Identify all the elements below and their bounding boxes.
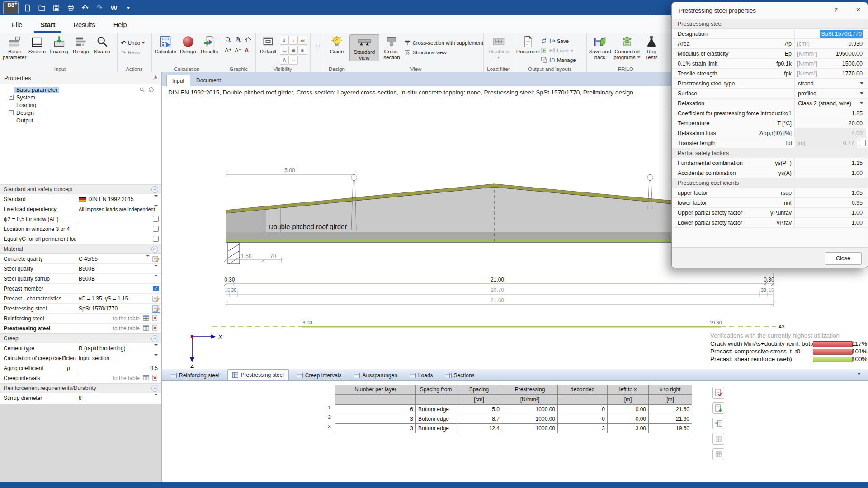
tab-prestressing-steel[interactable]: Prestressing steel [227,369,288,380]
table-cell[interactable]: 21.60 [649,414,692,424]
dropdown-caret-icon[interactable] [154,275,158,278]
table-delete-row-button[interactable] [712,433,724,445]
tree-item-basic-parameter[interactable]: Basic parameter [0,86,161,94]
font-increase-button[interactable]: A⁺ [225,47,235,54]
dialog-value[interactable]: 1.00 [852,170,863,176]
to-the-table-link[interactable]: to the table [113,375,140,381]
dialog-row-modulus[interactable]: Modulus of elasticity Ep [N/mm²]195000.0… [672,49,868,59]
load-layout-caret-icon[interactable] [570,50,574,53]
dialog-row-lower-factor[interactable]: lower factor rinf 0.95 [672,198,868,208]
dialog-row-force-introduction[interactable]: Coefficient for prestressing force intro… [672,108,868,118]
property-value[interactable]: R (rapid hardening) [79,345,125,352]
table-cell[interactable]: 3.00 [608,424,649,433]
table-cell[interactable]: 0 [558,414,608,424]
new-document-button[interactable] [21,2,33,13]
checkbox-unchecked[interactable] [153,226,159,232]
redo-quick-button[interactable]: ↷ [94,2,105,13]
expand-icon[interactable]: + [9,110,14,115]
dialog-row-area[interactable]: Area Ap [cm²]0.930 [672,39,868,49]
undo-caret-icon[interactable] [142,42,145,46]
visibility-option-icon-3[interactable]: abl [298,36,307,45]
table-cell[interactable]: 3 [335,414,416,424]
table-cell[interactable]: 21.60 [649,405,692,414]
tab-results[interactable]: Results [67,18,101,33]
tab-file[interactable]: File [5,18,28,33]
remove-table-icon[interactable] [152,315,159,322]
cross-section-supplement-button[interactable]: Cross-section with supplement [404,38,483,47]
default-visibility-button[interactable]: Default [257,34,279,55]
table-options-button[interactable] [712,448,724,460]
section-reinforcement-durability[interactable]: Reinforcement requirements/Durability [0,383,161,393]
designation-input[interactable]: SpSt 1570/1770 [820,30,863,38]
dialog-row-accidental[interactable]: Accidental combination γs(A) 1.00 [672,168,868,178]
undo-button[interactable]: ↶Undo [121,38,151,47]
save-button[interactable] [50,2,62,13]
dropdown-caret-icon[interactable] [154,265,158,268]
property-row-concrete-quality[interactable]: Concrete quality C 45/55 [0,254,161,264]
design-input-button[interactable]: Design [71,34,91,55]
table-cell[interactable]: 1000.00 [502,405,558,414]
dialog-row-temperature[interactable]: Temperature T [°C] 20.00 [672,118,868,128]
dialog-row-upper-factor[interactable]: upper factor rsup 1.05 [672,188,868,198]
close-button[interactable]: Close [825,252,862,265]
edit-icon[interactable] [152,255,160,263]
tree-item-design[interactable]: +Design [0,109,161,117]
dialog-row-lower-partial[interactable]: Lower partial safety factor γP,fav 1.00 [672,218,868,228]
load-filter-disabled-button[interactable]: Disabled ▾ [485,34,512,61]
tab-loads[interactable]: Loads [406,371,438,380]
remove-table-icon[interactable] [152,325,159,332]
expand-icon[interactable]: + [9,95,14,100]
property-row-aging-coefficient[interactable]: Aging coefficient ρ 0.5 [0,363,161,373]
save-and-back-button[interactable]: Save and back [587,34,613,61]
table-cell[interactable]: 12.4 [456,424,502,433]
dropdown-caret-icon[interactable] [154,354,158,358]
visibility-option-icon-6[interactable]: ≡ [298,46,307,55]
collapse-icon[interactable] [151,246,158,253]
checkbox-checked[interactable]: ✓ [153,286,159,291]
table-cell[interactable]: 0 [558,405,608,414]
dialog-row-fundamental[interactable]: Fundamental combination γs(PT) 1.15 [672,158,868,168]
dialog-value[interactable]: 1500.00 [842,61,863,67]
edit-icon-active[interactable] [152,305,160,312]
property-row-steel-quality[interactable]: Steel quality B500B [0,264,161,274]
collapse-icon[interactable] [151,335,158,342]
surface-dropdown[interactable]: profiled [795,90,816,97]
zoom-icon[interactable] [225,36,232,43]
property-value[interactable]: B500B [79,276,95,282]
table-validate-button[interactable] [712,387,724,399]
connected-programs-caret-icon[interactable] [637,56,641,60]
dialog-value[interactable]: 195000.00 [836,51,863,57]
dialog-value[interactable]: 20.00 [849,120,863,127]
manage-layout-button[interactable]: Manage [541,55,576,65]
table-cell[interactable]: 1000.00 [502,414,558,424]
hanger-icon[interactable]: ↓↓ [310,33,325,49]
tree-filter-icon[interactable] [148,87,154,93]
guide-button[interactable]: Guide [326,34,347,55]
property-value[interactable]: C 45/55 [79,256,98,262]
table-cell[interactable]: 8.7 [456,414,502,424]
tab-help[interactable]: Help [107,18,133,33]
dropdown-caret-icon[interactable] [860,92,863,96]
tree-item-system[interactable]: +System [0,94,161,101]
dialog-row-upper-partial[interactable]: Upper partial safety factor γP,unfav 1.0… [672,208,868,218]
property-row-precast-characteristics[interactable]: Precast - characteristics γC = 1.35, γS … [0,294,161,304]
table-cell[interactable]: 1000.00 [502,424,558,433]
visibility-option-icon-8[interactable]: ▱ [289,56,298,65]
property-row-creep-coefficient-calc[interactable]: Calculation of creep coefficient Input s… [0,353,161,363]
collapse-icon[interactable] [151,186,158,193]
property-row-windzone[interactable]: Location in windzone 3 or 4 [0,224,161,234]
document-button[interactable]: Document [515,34,541,55]
tab-start[interactable]: Start [34,18,61,33]
property-value[interactable]: γC = 1.35, γS = 1.15 [79,296,128,302]
dropdown-caret-icon[interactable] [154,394,158,398]
load-layout-button[interactable]: Load [541,46,576,55]
table-cell[interactable]: 3 [335,424,416,433]
app-menu-button[interactable]: B8 + [3,1,19,14]
dialog-value[interactable]: 1.25 [852,110,863,117]
section-creep[interactable]: Creep [0,333,161,343]
design-calc-button[interactable]: Design [178,34,198,55]
table-insert-row-button[interactable] [712,418,724,429]
visibility-option-icon-4[interactable]: ▭ [280,46,289,55]
property-value[interactable]: All imposed loads are independent [79,206,155,212]
bottom-panel-close-icon[interactable]: × [857,371,861,378]
